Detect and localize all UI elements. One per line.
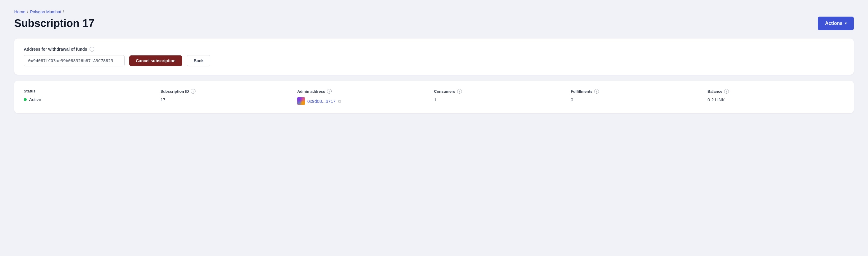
cancel-subscription-button[interactable]: Cancel subscription <box>129 56 182 66</box>
withdrawal-row: Cancel subscription Back <box>24 55 844 66</box>
col-fulfillments: Fulfillments i 0 <box>571 89 708 105</box>
subscription-id-info-icon: i <box>191 89 195 94</box>
col-balance-label: Balance <box>708 89 722 94</box>
withdrawal-label-text: Address for withdrawal of funds <box>24 47 87 51</box>
col-status: Status Active <box>24 89 160 105</box>
admin-address-link[interactable]: 0x9d08...b717 <box>307 99 336 104</box>
breadcrumb-sep1: / <box>27 9 28 14</box>
breadcrumb-home[interactable]: Home <box>14 9 25 14</box>
col-consumers: Consumers i 1 <box>434 89 571 105</box>
fulfillments-value: 0 <box>571 97 701 102</box>
col-admin-address: Admin address i 0x9d08...b717 ⧉ <box>297 89 434 105</box>
col-consumers-header: Consumers i <box>434 89 564 94</box>
balance-info-icon: i <box>724 89 729 94</box>
chevron-down-icon: ▾ <box>845 21 847 26</box>
col-status-header: Status <box>24 89 153 93</box>
avatar-pattern <box>297 97 305 105</box>
col-subscription-id: Subscription ID i 17 <box>160 89 297 105</box>
withdrawal-info-icon: i <box>90 47 94 51</box>
col-subscription-id-label: Subscription ID <box>160 89 189 94</box>
col-admin-address-label: Admin address <box>297 89 325 94</box>
col-balance: Balance i 0.2 LINK <box>708 89 844 105</box>
status-value: Active <box>24 97 153 102</box>
admin-avatar <box>297 97 305 105</box>
col-admin-address-header: Admin address i <box>297 89 427 94</box>
status-text: Active <box>29 97 41 102</box>
fulfillments-info-icon: i <box>594 89 599 94</box>
col-subscription-id-header: Subscription ID i <box>160 89 290 94</box>
actions-label: Actions <box>825 21 842 26</box>
status-dot-icon <box>24 98 27 101</box>
consumers-value: 1 <box>434 97 564 102</box>
admin-address-info-icon: i <box>327 89 332 94</box>
withdrawal-card: Address for withdrawal of funds i Cancel… <box>14 39 854 75</box>
breadcrumb-network[interactable]: Polygon Mumbai <box>30 9 61 14</box>
admin-address-value: 0x9d08...b717 ⧉ <box>297 97 427 105</box>
address-input[interactable] <box>24 55 125 66</box>
breadcrumb: Home / Polygon Mumbai / <box>14 9 854 14</box>
col-balance-header: Balance i <box>708 89 837 94</box>
subscription-id-value: 17 <box>160 97 290 102</box>
info-table-card: Status Active Subscription ID i 17 Admin… <box>14 81 854 113</box>
copy-icon[interactable]: ⧉ <box>338 99 341 104</box>
col-consumers-label: Consumers <box>434 89 455 94</box>
col-fulfillments-header: Fulfillments i <box>571 89 701 94</box>
page-title: Subscription 17 <box>14 17 94 30</box>
actions-button[interactable]: Actions ▾ <box>818 16 854 30</box>
consumers-info-icon: i <box>457 89 462 94</box>
col-status-label: Status <box>24 89 36 93</box>
info-table: Status Active Subscription ID i 17 Admin… <box>24 89 844 105</box>
breadcrumb-sep2: / <box>63 9 64 14</box>
page-header: Subscription 17 Actions ▾ <box>14 16 854 30</box>
balance-value: 0.2 LINK <box>708 97 837 102</box>
withdrawal-label: Address for withdrawal of funds i <box>24 47 844 51</box>
col-fulfillments-label: Fulfillments <box>571 89 592 94</box>
back-button[interactable]: Back <box>187 55 210 66</box>
